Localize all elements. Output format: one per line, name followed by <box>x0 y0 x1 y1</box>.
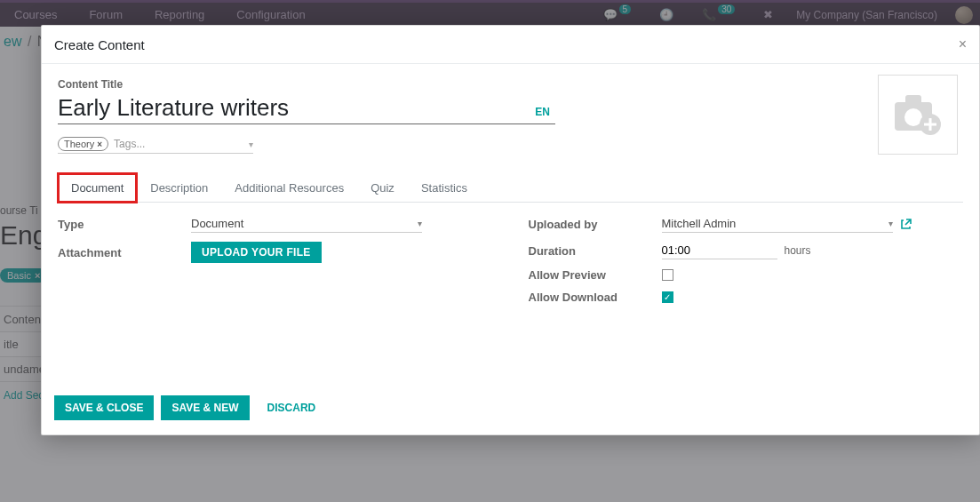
modal-title: Create Content <box>54 37 145 52</box>
tab-description[interactable]: Description <box>137 173 221 203</box>
tabs: Document Description Additional Resource… <box>58 173 963 203</box>
external-link-icon[interactable] <box>900 219 912 230</box>
tag-label: Theory <box>64 139 94 149</box>
form-right-col: Uploaded by Mitchell Admin ▾ Duration <box>529 215 964 304</box>
tab-document[interactable]: Document <box>58 173 137 203</box>
tab-quiz[interactable]: Quiz <box>357 173 408 203</box>
allow-download-label: Allow Download <box>529 291 662 304</box>
uploaded-by-value: Mitchell Admin <box>662 217 737 230</box>
svg-rect-5 <box>905 95 921 106</box>
modal-body: Content Title EN Theory × Tags... <box>42 64 979 386</box>
attachment-label: Attachment <box>58 246 191 259</box>
chevron-down-icon: ▾ <box>418 219 422 228</box>
duration-unit: hours <box>785 244 811 257</box>
duration-label: Duration <box>529 244 662 258</box>
upload-file-button[interactable]: UPLOAD YOUR FILE <box>191 242 322 263</box>
close-icon[interactable]: × <box>959 36 967 52</box>
tag-chip-theory[interactable]: Theory × <box>58 137 108 151</box>
tags-field[interactable]: Theory × Tags... ▾ <box>58 137 253 154</box>
type-value: Document <box>191 217 243 230</box>
allow-download-checkbox[interactable]: ✓ <box>662 291 673 303</box>
form-left-col: Type Document ▾ Attachment UPLOAD YOUR F… <box>58 215 493 304</box>
allow-preview-checkbox[interactable] <box>662 269 673 281</box>
uploaded-by-label: Uploaded by <box>529 218 662 231</box>
duration-input[interactable] <box>662 242 777 259</box>
discard-button[interactable]: DISCARD <box>257 395 327 420</box>
create-content-modal: Create Content × Content Title EN <box>41 25 980 435</box>
tab-statistics[interactable]: Statistics <box>408 173 481 203</box>
save-new-button[interactable]: SAVE & NEW <box>161 395 249 420</box>
content-title-label: Content Title <box>58 78 963 91</box>
allow-preview-label: Allow Preview <box>529 268 662 282</box>
content-title-input[interactable] <box>58 94 494 122</box>
modal-footer: SAVE & CLOSE SAVE & NEW DISCARD <box>42 386 979 434</box>
svg-point-6 <box>904 108 922 126</box>
tab-additional-resources[interactable]: Additional Resources <box>221 173 357 203</box>
save-close-button[interactable]: SAVE & CLOSE <box>54 395 154 420</box>
language-button[interactable]: EN <box>530 102 555 122</box>
close-icon[interactable]: × <box>97 139 102 149</box>
type-select[interactable]: Document ▾ <box>191 215 422 233</box>
modal-header: Create Content × <box>42 26 979 64</box>
content-image-placeholder[interactable] <box>878 75 958 155</box>
chevron-down-icon[interactable]: ▾ <box>249 139 253 149</box>
tags-placeholder: Tags... <box>114 138 243 150</box>
type-label: Type <box>58 218 191 231</box>
uploaded-by-select[interactable]: Mitchell Admin ▾ <box>662 215 893 233</box>
chevron-down-icon: ▾ <box>888 219 893 228</box>
